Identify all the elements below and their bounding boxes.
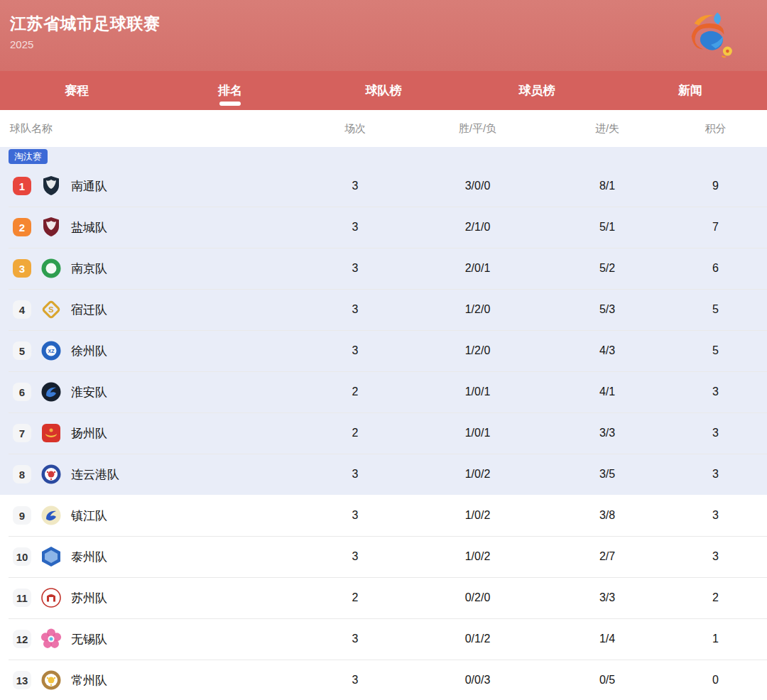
team-logo-icon [40,216,62,239]
goals-for-against-value: 2/7 [550,550,664,563]
matches-played-value: 3 [305,633,405,645]
table-row[interactable]: 6 淮安队 2 1/0/1 4/1 3 [0,371,767,412]
win-draw-loss-value: 1/0/1 [405,385,550,398]
tab-schedule[interactable]: 赛程 [0,71,153,110]
points-value: 6 [664,262,767,275]
table-row[interactable]: 1 南通队 3 3/0/0 8/1 9 [0,165,767,207]
win-draw-loss-value: 2/0/1 [405,262,550,275]
goals-for-against-value: 5/1 [550,221,664,234]
team-logo-icon [40,175,62,197]
table-row[interactable]: 10 泰州队 3 1/0/2 2/7 3 [0,536,767,577]
points-value: 0 [664,674,767,687]
league-logo-icon [683,8,739,63]
team-name: 苏州队 [71,590,107,606]
rank-badge: 9 [13,506,31,525]
table-row[interactable]: 3 南京队 3 2/0/1 5/2 6 [0,248,767,289]
knockout-zone-badge: 淘汰赛 [9,149,48,164]
points-value: 9 [664,180,767,192]
team-logo-icon [40,463,62,486]
table-row[interactable]: 4 S 宿迁队 3 1/2/0 5/3 5 [0,289,767,330]
matches-played-value: 3 [305,509,405,522]
win-draw-loss-value: 1/0/2 [405,550,550,563]
matches-played-value: 3 [305,674,405,687]
table-row[interactable]: 11 苏州队 2 0/2/0 3/3 2 [0,577,767,618]
goals-for-against-value: 5/2 [550,262,664,275]
team-name: 泰州队 [71,549,107,565]
team-logo-icon [40,545,62,568]
points-value: 3 [664,550,767,563]
column-header-team: 球队名称 [0,122,305,136]
table-row[interactable]: 8 连云港队 3 1/0/2 3/5 3 [0,454,767,495]
matches-played-value: 3 [305,303,405,316]
goals-for-against-value: 3/3 [550,427,664,439]
column-header-goals: 进/失 [550,122,664,136]
win-draw-loss-value: 1/2/0 [405,344,550,357]
svg-text:S: S [48,305,53,314]
tab-news[interactable]: 新闻 [614,71,767,110]
team-name: 南通队 [71,178,107,195]
goals-for-against-value: 3/8 [550,509,664,522]
tab-rankings-label: 排名 [218,82,242,99]
win-draw-loss-value: 0/2/0 [405,591,550,604]
goals-for-against-value: 8/1 [550,180,664,192]
points-value: 3 [664,385,767,398]
points-value: 1 [664,633,767,645]
team-logo-icon [40,586,62,609]
points-value: 5 [664,344,767,357]
table-row[interactable]: 9 镇江队 3 1/0/2 3/8 3 [0,495,767,536]
table-row[interactable]: 13 常州队 3 0/0/3 0/5 0 [0,660,767,700]
tab-player-stats[interactable]: 球员榜 [460,71,614,110]
goals-for-against-value: 3/3 [550,591,664,604]
tab-news-label: 新闻 [678,82,702,99]
rank-badge: 7 [13,424,31,442]
rank-badge: 13 [13,671,31,689]
rank-badge: 3 [13,259,31,278]
goals-for-against-value: 3/5 [550,468,664,481]
rank-badge: 5 [13,341,31,360]
matches-played-value: 2 [305,385,405,398]
team-logo-icon: S [40,298,62,321]
matches-played-value: 3 [305,221,405,234]
table-row[interactable]: 2 盐城队 3 2/1/0 5/1 7 [0,207,767,248]
standings-list: 1 南通队 3 3/0/0 8/1 9 2 盐城队 3 2/1/0 5/1 7 … [0,165,767,700]
team-logo-icon [40,381,62,403]
points-value: 5 [664,303,767,316]
points-value: 7 [664,221,767,234]
column-header-points: 积分 [664,122,767,136]
app-header: 江苏省城市足球联赛 2025 [0,0,767,71]
matches-played-value: 3 [305,344,405,357]
win-draw-loss-value: 0/1/2 [405,633,550,645]
table-row[interactable]: 12 无锡队 3 0/1/2 1/4 1 [0,618,767,660]
team-name: 镇江队 [71,508,107,524]
table-row[interactable]: 7 扬州队 2 1/0/1 3/3 3 [0,412,767,454]
team-name: 常州队 [71,672,107,689]
rank-badge: 10 [13,547,31,566]
points-value: 2 [664,591,767,604]
win-draw-loss-value: 2/1/0 [405,221,550,234]
table-header: 球队名称 场次 胜/平/负 进/失 积分 [0,110,767,147]
team-logo-icon [40,628,62,650]
team-name: 南京队 [71,261,107,277]
team-logo-icon [40,422,62,444]
table-row[interactable]: 5 XZ 徐州队 3 1/2/0 4/3 5 [0,330,767,371]
nav-bar: 赛程 排名 球队榜 球员榜 新闻 [0,71,767,110]
win-draw-loss-value: 3/0/0 [405,180,550,192]
tab-rankings[interactable]: 排名 [153,71,307,110]
team-name: 淮安队 [71,384,107,400]
team-name: 徐州队 [71,343,107,359]
team-name: 扬州队 [71,425,107,442]
team-name: 盐城队 [71,219,107,236]
goals-for-against-value: 4/3 [550,344,664,357]
team-logo-icon [40,504,62,527]
win-draw-loss-value: 1/0/1 [405,427,550,439]
rank-badge: 1 [13,177,31,195]
rank-badge: 12 [13,630,31,648]
tab-schedule-label: 赛程 [65,82,89,99]
rank-badge: 4 [13,300,31,319]
points-value: 3 [664,468,767,481]
column-header-played: 场次 [305,122,405,136]
rank-badge: 11 [13,589,31,607]
svg-text:XZ: XZ [48,349,55,354]
tab-team-stats[interactable]: 球队榜 [307,71,460,110]
rank-badge: 6 [13,383,31,401]
